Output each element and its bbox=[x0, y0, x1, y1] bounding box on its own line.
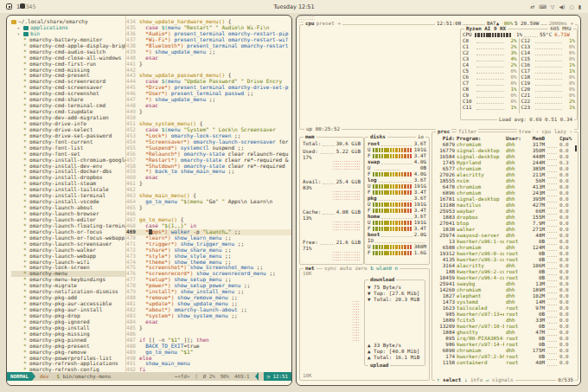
proc-tree-toggle[interactable]: tree bbox=[517, 129, 533, 135]
tree-file[interactable]: *omarchy-pkg-aur-install bbox=[11, 307, 125, 313]
process-row[interactable]: 1884ghosttydhh47M0.0 bbox=[435, 330, 574, 336]
tree-file[interactable]: *omarchy-lock-screen bbox=[11, 265, 125, 271]
tree-file[interactable]: *omarchy-pkg-drop bbox=[11, 313, 125, 319]
process-row[interactable]: 4135kworker/u96:3-coroot0B0.0 bbox=[435, 257, 574, 263]
tree-file[interactable]: *omarchy-migrate bbox=[11, 283, 125, 289]
tree-file[interactable]: *omarchy-notification-dismiss bbox=[11, 289, 125, 295]
process-row[interactable]: 985kworker/u97:13+eroot0B0.0 bbox=[435, 312, 574, 318]
process-row[interactable]: 1745Hyprlanddhh244M0.3 bbox=[435, 160, 574, 166]
tree-file[interactable]: *omarchy-cmd-audio-switch bbox=[11, 49, 125, 55]
process-row[interactable]: 188kworker/u96:2-coroot0B0.0 bbox=[435, 269, 574, 275]
process-row[interactable]: 1827elephantdhh102M0.0 bbox=[435, 293, 574, 299]
tree-file[interactable]: *omarchy-powerprofiles-list bbox=[11, 356, 125, 362]
process-row[interactable]: 1883dropboxdhh155M0.0 bbox=[435, 215, 574, 221]
tree-file[interactable]: *omarchy-install-terminal bbox=[11, 193, 125, 199]
memory-box-label[interactable]: mem bbox=[304, 134, 316, 140]
tree-file[interactable]: *omarchy-launch-editor bbox=[11, 217, 125, 223]
proc-filter[interactable]: filter bbox=[457, 129, 478, 135]
tree-file[interactable]: *omarchy-drive-select bbox=[11, 127, 125, 133]
tree-file[interactable]: *omarchy-refresh-applications bbox=[11, 361, 125, 367]
process-row[interactable]: 19312kworker/u96:0-sdroot0B0.0 bbox=[435, 251, 574, 257]
tree-file[interactable]: *omarchy-drive-info bbox=[11, 121, 125, 127]
tree-file[interactable]: *omarchy-drive-set-password bbox=[11, 133, 125, 139]
tree-file[interactable]: *omarchy-launch-wifi bbox=[11, 260, 125, 266]
tree-file[interactable]: *omarchy-launch-or-focus-webapp bbox=[11, 235, 125, 241]
tree-dir-bin[interactable]: ▾bin bbox=[11, 31, 125, 37]
file-tree[interactable]: ~/.local/share/omarchy▸applications▾bin*… bbox=[7, 16, 126, 372]
tree-file[interactable]: *omarchy-cmd-screenrecord bbox=[11, 79, 125, 85]
process-row[interactable]: 1158containerdroot40M0.0 bbox=[435, 360, 574, 366]
tree-file[interactable]: *omarchy-font-current bbox=[11, 139, 125, 145]
btop-tabs[interactable]: cpu menu preset + bbox=[304, 21, 316, 26]
tree-file[interactable]: *omarchy-cmd-terminal-cmd bbox=[11, 103, 125, 109]
disks-io-label[interactable]: io bbox=[416, 134, 425, 140]
tree-file[interactable]: *omarchy-cmd-tzupdate bbox=[11, 109, 125, 115]
process-row[interactable]: 6478chromiumdhh413M0.0 bbox=[435, 184, 574, 190]
code-pane[interactable]: 434show_update_hardware_menu() {435 case… bbox=[126, 16, 291, 372]
process-row[interactable]: 16781signal-desktopdhh395M0.0 bbox=[435, 196, 574, 202]
tree-file[interactable]: *omarchy-pkg-present bbox=[11, 344, 125, 350]
process-row[interactable]: 16584signal-desktopdhh448M0.0 bbox=[435, 154, 574, 160]
process-row[interactable]: 25974swayosd-serverdhh48M0.0 bbox=[435, 233, 574, 239]
tree-file[interactable]: *omarchy-pkg-missing bbox=[11, 331, 125, 337]
process-row[interactable]: 3164alacrittydhh106M0.0 bbox=[435, 263, 574, 269]
process-row[interactable]: 6890chromiumdhh175M0.0 bbox=[435, 348, 574, 354]
process-row[interactable]: 6588chromiumdhh124M0.0 bbox=[435, 245, 574, 251]
proc-scrollbar[interactable] bbox=[575, 145, 578, 151]
tree-file[interactable]: *omarchy-pkg-aur-accessible bbox=[11, 301, 125, 307]
tree-file[interactable]: *omarchy-launch-walker bbox=[11, 247, 125, 254]
tree-file[interactable]: *omarchy-cmd-first-run bbox=[11, 61, 125, 67]
tree-file[interactable]: *omarchy-dev-add-migration bbox=[11, 115, 125, 121]
disks-box-label[interactable]: disks bbox=[368, 134, 387, 140]
process-row[interactable]: 16779signal-desktopdhh350M0.0 bbox=[435, 148, 574, 154]
tree-file[interactable]: *omarchy-menu bbox=[11, 271, 125, 277]
editor-window[interactable]: ~/.local/share/omarchy▸applications▾bin*… bbox=[6, 15, 292, 386]
tree-file[interactable]: *omarchy-launch-webapp bbox=[11, 254, 125, 260]
process-row[interactable]: 25953waybardhh66M0.0 bbox=[435, 209, 574, 215]
process-row[interactable]: 1889fcitx5dhh33M0.0 bbox=[435, 318, 574, 324]
tree-file[interactable]: *omarchy-pkg-add bbox=[11, 295, 125, 301]
tree-file[interactable]: *omarchy-install-dev-env bbox=[11, 164, 125, 170]
tree-file[interactable]: *omarchy-cmd-present bbox=[11, 73, 125, 79]
process-row[interactable]: 986kworker/u97:14-kroot0B0.0 bbox=[435, 342, 574, 348]
process-row[interactable]: 895irq/80-PIXA3854:root0B0.0 bbox=[435, 336, 574, 342]
tree-file[interactable]: *omarchy-install-steam bbox=[11, 181, 125, 187]
process-row[interactable]: 14260chromiumdhh189M0.0 bbox=[435, 287, 574, 293]
tree-file[interactable]: *omarchy-font-list bbox=[11, 145, 125, 151]
tree-file[interactable]: *omarchy-cmd-apple-display-bright bbox=[11, 43, 125, 49]
tree-file[interactable]: *omarchy-pkg-pinned bbox=[11, 337, 125, 344]
tree-file[interactable]: *omarchy-launch-screensaver bbox=[11, 241, 125, 247]
tree-file[interactable]: *omarchy-launch-or-focus bbox=[11, 229, 125, 235]
btop-window[interactable]: up 00:25:52cpu menu preset +12:51:08BAT▲… bbox=[296, 15, 581, 386]
tree-file[interactable]: *omarchy-install-vscode bbox=[11, 199, 125, 205]
process-row[interactable]: 1838walkerdhh271M0.0 bbox=[435, 227, 574, 233]
tree-file[interactable]: *omarchy-pkg-remove bbox=[11, 350, 125, 356]
process-row[interactable]: 27026alacrittydhh211M0.0 bbox=[435, 172, 574, 178]
tree-file[interactable]: *omarchy-pkg-install bbox=[11, 325, 125, 331]
process-row[interactable]: 13209kworker/u97:10-broot0B0.0 bbox=[435, 324, 574, 330]
git-branch[interactable]: dev bbox=[35, 374, 53, 379]
tree-file[interactable]: *omarchy-launch-floating-terminal bbox=[11, 223, 125, 229]
tree-file[interactable]: *omarchy-pkg-ignored bbox=[11, 319, 125, 325]
tree-file[interactable]: *omarchy-launch-browser bbox=[11, 211, 125, 217]
tree-file[interactable]: *omarchy-battery-monitor bbox=[11, 37, 125, 43]
process-row[interactable]: 27041btopdhh7.9M0.0 bbox=[435, 221, 574, 227]
tree-root[interactable]: ~/.local/share/omarchy bbox=[11, 19, 125, 25]
proc-box-label[interactable]: proc bbox=[436, 129, 451, 135]
net-toggles[interactable]: sync auto zero b wlan0 n bbox=[323, 266, 399, 272]
proc-sort[interactable]: ‹ cpu lazy › bbox=[534, 129, 574, 135]
process-row[interactable]: 6879chromiumdhh317M0.0 bbox=[435, 142, 574, 148]
tree-file[interactable]: *omarchy-cmd-close-all-windows bbox=[11, 55, 125, 61]
process-row[interactable]: 1473systemddhh14M0.0 bbox=[435, 299, 574, 305]
tree-file[interactable]: *omarchy-install-chromium-google- bbox=[11, 157, 125, 164]
tree-file[interactable]: *omarchy-install-dropbox bbox=[11, 175, 125, 181]
process-row[interactable]: 1623tailscaledroot97M0.0 bbox=[435, 305, 574, 312]
process-row[interactable]: 6896chromiumdhh243M0.0 bbox=[435, 190, 574, 196]
tree-file[interactable]: *omarchy-cmd-missing bbox=[11, 67, 125, 74]
tree-file[interactable]: *omarchy-cmd-screenshot bbox=[11, 91, 125, 97]
process-row[interactable]: 174kworker/u97:2-btroot0B0.0 bbox=[435, 354, 574, 360]
process-row[interactable]: 13kworker/u96:1-sdroot0B0.0 bbox=[435, 239, 574, 245]
process-row[interactable]: 25941swaybgdhh13M0.0 bbox=[435, 281, 574, 287]
tree-file[interactable]: *omarchy-cmd-share bbox=[11, 97, 125, 103]
tree-dir-applications[interactable]: ▸applications bbox=[11, 25, 125, 31]
